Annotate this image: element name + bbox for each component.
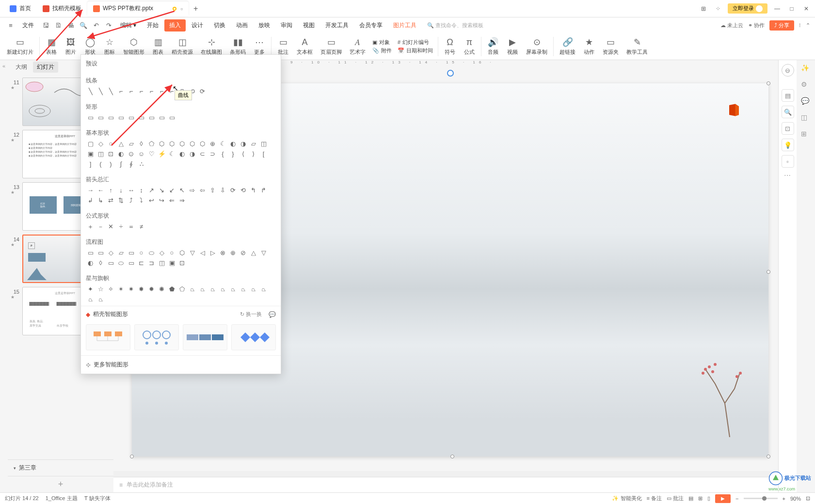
- zoom-slider[interactable]: [744, 498, 778, 499]
- more-icon[interactable]: ⁝: [799, 22, 801, 29]
- tab-templates[interactable]: 找稻壳模板: [37, 1, 87, 16]
- feedback-icon[interactable]: 💬: [269, 311, 276, 318]
- notes-panel[interactable]: ≡ 单击此处添加备注: [113, 477, 778, 492]
- resize-handle[interactable]: [767, 455, 770, 458]
- shape-option[interactable]: ◑: [188, 149, 197, 158]
- ribbon-slidenumber[interactable]: # 幻灯片编号: [398, 39, 433, 46]
- login-button[interactable]: 立即登录: [728, 3, 767, 14]
- shape-option[interactable]: ⟳: [228, 186, 238, 195]
- shape-option[interactable]: ◁: [198, 248, 207, 257]
- shape-option[interactable]: ÷: [116, 222, 126, 231]
- shape-option[interactable]: ▭: [106, 258, 115, 268]
- shape-option[interactable]: ▭: [96, 248, 105, 257]
- menu-start[interactable]: 开始: [142, 19, 163, 32]
- menu-review[interactable]: 审阅: [276, 19, 297, 32]
- shape-option[interactable]: △: [249, 248, 258, 257]
- shape-option[interactable]: ⌐: [116, 87, 126, 96]
- shape-option[interactable]: ◐: [116, 149, 126, 158]
- shape-option[interactable]: ▷: [208, 248, 217, 257]
- shape-option[interactable]: ○: [167, 248, 176, 257]
- expand-icon[interactable]: ⌃: [806, 22, 810, 29]
- shape-option[interactable]: ⤴: [127, 196, 136, 205]
- shape-option[interactable]: ⚡: [157, 149, 166, 158]
- shape-option[interactable]: ↘: [157, 186, 166, 195]
- shape-option[interactable]: ∴: [137, 159, 146, 169]
- shape-option[interactable]: →: [86, 186, 95, 195]
- shape-option[interactable]: ⇐: [167, 196, 176, 205]
- tab-document[interactable]: WPS PPT教程.pptx ▫: [87, 1, 189, 16]
- shape-option[interactable]: ↪: [157, 196, 166, 205]
- shape-option[interactable]: ▣: [86, 149, 95, 158]
- outline-tab[interactable]: 大纲: [12, 62, 31, 73]
- zoom-in-icon[interactable]: +: [783, 496, 785, 502]
- shape-option[interactable]: ◇: [106, 248, 115, 257]
- ribbon-teaching[interactable]: ✎教学工具: [623, 36, 652, 57]
- print-icon[interactable]: 🖶: [65, 19, 77, 31]
- shape-option[interactable]: ▭: [157, 113, 166, 122]
- shape-option[interactable]: ⇩: [218, 186, 227, 195]
- shape-option[interactable]: ⊃: [208, 149, 217, 158]
- refresh-button[interactable]: ↻ 换一换: [240, 311, 262, 318]
- smart-shape-item[interactable]: [231, 324, 276, 350]
- shape-option[interactable]: ↓: [116, 186, 126, 195]
- horizontal-scrollbar[interactable]: [113, 471, 778, 477]
- sparkle-icon[interactable]: ▫: [782, 155, 794, 168]
- shape-option[interactable]: ⟳: [198, 87, 207, 96]
- minimize-button[interactable]: —: [772, 4, 782, 14]
- shape-option[interactable]: ▭: [127, 248, 136, 257]
- smart-shape-item[interactable]: [134, 324, 179, 350]
- shape-option[interactable]: (: [96, 159, 105, 169]
- shape-option[interactable]: }: [228, 149, 238, 158]
- undo-icon[interactable]: ↶: [90, 19, 102, 31]
- view-sorter-icon[interactable]: ⊞: [698, 495, 703, 502]
- ribbon-headerfooter[interactable]: ▭页眉页脚: [317, 36, 346, 57]
- shape-option[interactable]: ⏢: [188, 284, 197, 294]
- shape-option[interactable]: ▱: [249, 139, 258, 148]
- close-button[interactable]: ✕: [801, 4, 811, 14]
- rotate-handle[interactable]: [447, 70, 454, 77]
- ribbon-wordart[interactable]: 𝐴艺术字: [346, 36, 369, 57]
- ribbon-docer[interactable]: ◫稻壳资源: [168, 36, 197, 57]
- shape-option[interactable]: ↕: [137, 186, 146, 195]
- shape-option[interactable]: ⊐: [147, 258, 156, 268]
- add-slide-button[interactable]: +: [8, 476, 113, 492]
- chat-icon[interactable]: 💬: [801, 97, 811, 107]
- font-check[interactable]: Ƭ 缺失字体: [84, 495, 111, 502]
- shape-option[interactable]: ☾: [218, 139, 227, 148]
- resize-handle[interactable]: [767, 81, 770, 85]
- context-tool-label[interactable]: 图片工具: [388, 19, 421, 32]
- shape-option[interactable]: ⬡: [157, 139, 166, 148]
- ribbon-symbol[interactable]: Ω符号: [440, 36, 460, 57]
- ribbon-table[interactable]: ▦表格: [42, 36, 61, 57]
- shape-option[interactable]: ▭: [167, 113, 176, 122]
- resize-handle[interactable]: [450, 455, 454, 458]
- shape-option[interactable]: ▭: [86, 248, 95, 257]
- shape-option[interactable]: ≠: [137, 222, 146, 231]
- target-icon[interactable]: ⊖: [782, 64, 794, 77]
- share-button[interactable]: ⤴ 分享: [769, 20, 794, 31]
- menu-devtools[interactable]: 开发工具: [320, 19, 353, 32]
- ribbon-picture[interactable]: 🖼图片: [61, 36, 80, 57]
- shape-option[interactable]: {: [218, 149, 227, 158]
- shape-option[interactable]: －: [96, 222, 105, 231]
- shape-option[interactable]: △: [116, 139, 126, 148]
- smart-shape-item[interactable]: [183, 324, 227, 350]
- shape-option[interactable]: ✸: [137, 284, 146, 294]
- shape-option[interactable]: ⬠: [147, 139, 156, 148]
- shape-option[interactable]: ⏢: [239, 284, 248, 294]
- shape-option[interactable]: ▱: [116, 248, 126, 257]
- menu-transition[interactable]: 切换: [209, 19, 230, 32]
- ribbon-barcode[interactable]: ▮▮条形码: [226, 36, 250, 57]
- shape-option[interactable]: ▽: [259, 248, 268, 257]
- shape-option[interactable]: ○: [106, 139, 115, 148]
- shape-option[interactable]: ⬡: [188, 139, 197, 148]
- shape-option[interactable]: ▢: [86, 139, 95, 148]
- shape-option[interactable]: ↩: [147, 196, 156, 205]
- menu-icon[interactable]: ≡: [5, 19, 16, 31]
- view-reading-icon[interactable]: ▯: [707, 495, 710, 502]
- ribbon-resources[interactable]: ▭资源夹: [599, 36, 623, 57]
- smart-shape-item[interactable]: [86, 324, 130, 350]
- section-header[interactable]: ▾第三章: [8, 459, 113, 476]
- shape-option[interactable]: ✶: [116, 284, 126, 294]
- shape-option[interactable]: ⬡: [177, 139, 187, 148]
